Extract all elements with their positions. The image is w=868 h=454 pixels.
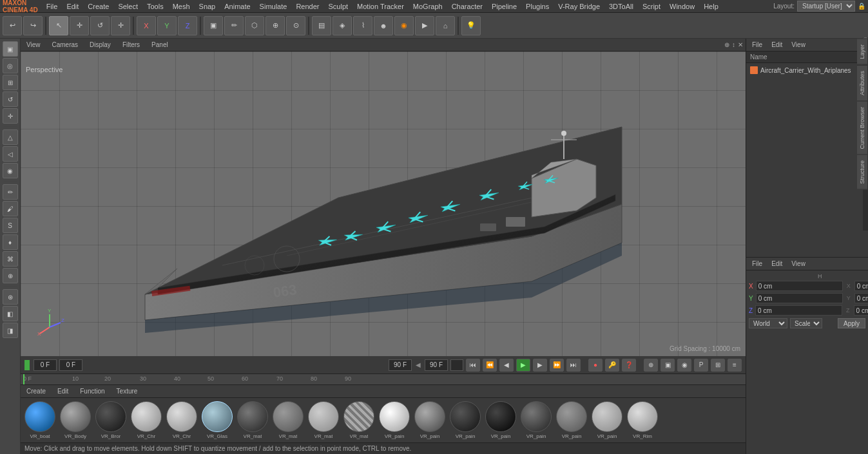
grid-button[interactable]: ▤ — [312, 16, 331, 35]
obj-mgr-view[interactable]: View — [788, 40, 809, 50]
motion-mode-button[interactable]: P — [694, 359, 708, 372]
menu-motion-tracker[interactable]: Motion Tracker — [352, 1, 409, 12]
tl-list-button[interactable]: ≡ — [728, 359, 742, 372]
mat-swatch-1[interactable]: VR_Body — [59, 401, 92, 439]
mat-menu-edit[interactable]: Edit — [54, 386, 72, 396]
mat-swatch-15[interactable]: VR_pain — [555, 401, 588, 439]
menu-script[interactable]: Script — [638, 1, 665, 12]
layer-button[interactable]: ⊞ — [711, 359, 725, 372]
rotate-tool-button[interactable]: ↺ — [90, 16, 110, 35]
light-button[interactable]: 💡 — [461, 16, 481, 35]
left-tool-mirror[interactable]: ◧ — [3, 306, 18, 321]
attr-edit[interactable]: Edit — [768, 259, 786, 269]
left-tool-cube[interactable]: ▣ — [3, 41, 18, 57]
left-tool-pen[interactable]: ✏ — [3, 184, 18, 200]
camera-button[interactable]: ⊙ — [286, 16, 305, 35]
menu-window[interactable]: Window — [665, 1, 699, 12]
render2-button[interactable]: ▶ — [415, 16, 434, 35]
left-tool-brush[interactable]: 🖌 — [3, 201, 18, 216]
coord-y-pos[interactable] — [756, 293, 843, 303]
left-tool-grid[interactable]: ⊞ — [3, 75, 18, 90]
layout-lock-icon[interactable]: 🔒 — [858, 3, 865, 10]
coord-y-rot[interactable] — [854, 293, 868, 303]
vp-menu-display[interactable]: Display — [86, 40, 114, 50]
menu-render[interactable]: Render — [291, 1, 323, 12]
menu-file[interactable]: File — [42, 1, 63, 12]
background-button[interactable]: ☻ — [374, 16, 393, 35]
render-button[interactable]: ◉ — [394, 16, 414, 35]
mat-menu-texture[interactable]: Texture — [113, 386, 141, 396]
side-tab-layer[interactable]: Layer — [857, 39, 868, 65]
goto-start-button[interactable]: ⏮ — [466, 359, 480, 372]
left-tool-circle[interactable]: ◎ — [3, 58, 18, 73]
floor-button[interactable]: ⌇ — [353, 16, 372, 35]
undo-button[interactable]: ↩ — [3, 16, 22, 35]
menu-help[interactable]: Help — [699, 1, 723, 12]
left-tool-s[interactable]: S — [3, 218, 18, 233]
menu-character[interactable]: Character — [447, 1, 487, 12]
mat-swatch-7[interactable]: VR_mat — [271, 401, 305, 439]
vp-icon-2[interactable]: ↕ — [732, 41, 735, 48]
coord-z-pos[interactable] — [755, 305, 842, 316]
menu-pipeline[interactable]: Pipeline — [487, 1, 521, 12]
mat-swatch-6[interactable]: VR_mat — [236, 401, 269, 439]
menu-create[interactable]: Create — [83, 1, 113, 12]
left-tool-diamond[interactable]: ♦ — [3, 234, 18, 250]
left-tool-align[interactable]: ◨ — [3, 323, 18, 338]
object-mode-button[interactable]: ▣ — [204, 16, 223, 35]
attr-file[interactable]: File — [749, 259, 766, 269]
attr-view[interactable]: View — [788, 259, 809, 269]
vp-menu-view[interactable]: View — [23, 40, 44, 50]
coord-x-rot[interactable] — [854, 281, 868, 291]
mat-menu-function[interactable]: Function — [77, 386, 108, 396]
left-tool-cmd[interactable]: ⌘ — [3, 251, 18, 267]
obj-mgr-edit[interactable]: Edit — [768, 40, 786, 50]
mat-swatch-13[interactable]: VR_pain — [484, 401, 517, 439]
mat-swatch-10[interactable]: VR_pain — [378, 401, 411, 439]
motion-button[interactable]: ❓ — [622, 359, 636, 372]
vp-menu-filters[interactable]: Filters — [119, 40, 143, 50]
key-mode-button[interactable]: ▣ — [661, 359, 675, 372]
menu-plugins[interactable]: Plugins — [521, 1, 554, 12]
left-tool-point[interactable]: ◉ — [3, 163, 18, 178]
mat-swatch-4[interactable]: VR_Chr — [165, 401, 198, 439]
mat-swatch-17[interactable]: VR_Rim — [626, 401, 659, 439]
prev-key-button[interactable]: ⏪ — [483, 359, 497, 372]
mat-menu-create[interactable]: Create — [23, 386, 49, 396]
left-tool-rotate[interactable]: ↺ — [3, 91, 18, 107]
side-tab-structure[interactable]: Structure — [857, 155, 868, 190]
next-key-button[interactable]: ⏩ — [550, 359, 564, 372]
mat-swatch-8[interactable]: VR_mat — [307, 401, 340, 439]
mat-swatch-5[interactable]: VR_Glas — [200, 401, 234, 439]
redo-button[interactable]: ↪ — [23, 16, 43, 35]
frame-end2-field[interactable] — [425, 359, 448, 371]
apply-button[interactable]: Apply — [838, 318, 865, 328]
coord-x-pos[interactable] — [756, 281, 843, 291]
world-select[interactable]: World Object — [749, 318, 787, 328]
prev-frame-button[interactable]: ◀ — [499, 359, 514, 372]
menu-mograph[interactable]: MoGraph — [409, 1, 447, 12]
mat-swatch-2[interactable]: VR_Bror — [94, 401, 128, 439]
left-tool-plus[interactable]: ⊕ — [3, 268, 18, 283]
goto-end-button[interactable]: ⏭ — [566, 359, 581, 372]
left-tool-snap[interactable]: ⊛ — [3, 289, 18, 305]
menu-snap[interactable]: Snap — [195, 1, 220, 12]
snap-button[interactable]: ◈ — [333, 16, 352, 35]
y-axis-button[interactable]: Y — [157, 16, 177, 35]
frame-start-field[interactable] — [34, 359, 57, 371]
menu-3dto-all[interactable]: 3DToAll — [604, 1, 638, 12]
mat-swatch-16[interactable]: VR_pain — [590, 401, 624, 439]
obj-item-0[interactable]: Aircraft_Carrier_With_Ariplanes — [746, 64, 868, 76]
mat-swatch-0[interactable]: VR_boat — [23, 401, 57, 439]
play-button[interactable]: ▶ — [516, 359, 530, 372]
menu-tools[interactable]: Tools — [142, 1, 168, 12]
menu-mesh[interactable]: Mesh — [168, 1, 195, 12]
scale-select[interactable]: Scale — [790, 318, 822, 328]
frame-end-field[interactable] — [389, 359, 412, 371]
move-tool-button[interactable]: ↖ — [49, 16, 68, 35]
left-tool-poly[interactable]: △ — [3, 129, 18, 145]
snap-keys-button[interactable]: ⊕ — [644, 359, 658, 372]
x-axis-button[interactable]: X — [137, 16, 156, 35]
z-axis-button[interactable]: Z — [178, 16, 197, 35]
menu-simulate[interactable]: Simulate — [255, 1, 292, 12]
